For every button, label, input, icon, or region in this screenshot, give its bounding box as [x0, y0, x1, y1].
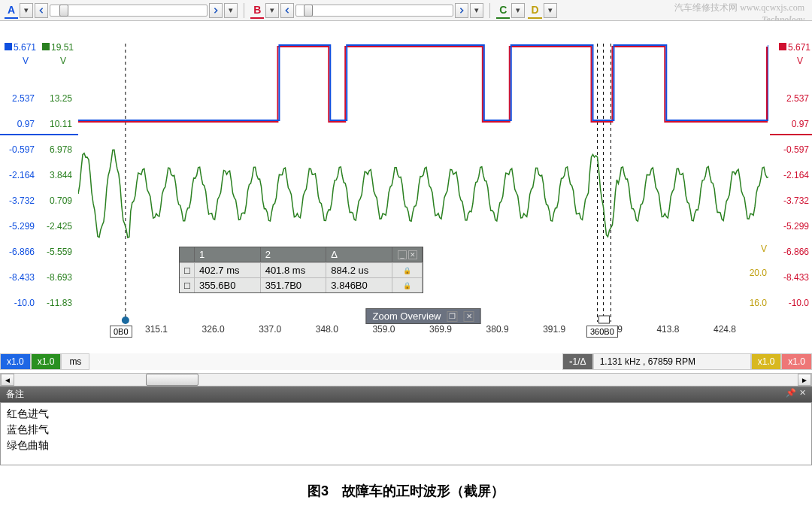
- zero-marker-D: [770, 134, 812, 135]
- zoom-A[interactable]: x1.0: [0, 353, 31, 370]
- meas-col-1: 1: [195, 247, 261, 262]
- measurement-panel[interactable]: 1 2 Δ _✕ □ 402.7 ms 401.8 ms 884.2 us 🔒 …: [179, 247, 423, 293]
- delta-label: ▫1/Δ: [562, 353, 592, 370]
- channel-B-more[interactable]: ▾: [470, 3, 483, 18]
- scroll-right-icon[interactable]: ►: [798, 374, 811, 386]
- zoom-overview-bar[interactable]: Zoom Overview ❐ ✕: [365, 308, 480, 324]
- notes-titlebar[interactable]: 备注 📌✕: [0, 386, 812, 402]
- notes-line: 绿色曲轴: [7, 438, 805, 453]
- channel-A-label[interactable]: A: [5, 2, 18, 19]
- scroll-left-icon[interactable]: ◄: [1, 374, 14, 386]
- lock-icon[interactable]: 🔒: [392, 277, 423, 292]
- zoom-close-icon[interactable]: ✕: [464, 311, 474, 322]
- cursor-1-tag[interactable]: 0B0: [110, 326, 132, 338]
- figure-caption: 图3 故障车的正时波形（截屏）: [0, 465, 812, 507]
- zoom-overview-label: Zoom Overview: [372, 311, 441, 322]
- axis-A-top: 5.671: [14, 42, 36, 53]
- channel-B-prev[interactable]: [280, 3, 294, 18]
- channel-C-label[interactable]: C: [496, 2, 510, 19]
- delta-readout: 1.131 kHz , 67859 RPM: [593, 353, 751, 370]
- meas-col-2: 2: [261, 247, 327, 262]
- channel-B-range-slider[interactable]: [295, 5, 453, 17]
- channel-C-group: C ▾: [496, 2, 525, 19]
- zoom-B[interactable]: x1.0: [31, 353, 62, 370]
- svg-point-4: [122, 317, 129, 324]
- table-row: □ 355.6B0 351.7B0 3.846B0 🔒: [180, 277, 423, 292]
- axis-A-unit: V: [23, 56, 29, 66]
- status-bar: x1.0 x1.0 ms ▫1/Δ 1.131 kHz , 67859 RPM …: [0, 353, 812, 370]
- x-axis: 315.1 326.0 337.0 348.0 359.0 369.9 380.…: [156, 324, 725, 338]
- notes-line: 蓝色排气: [7, 422, 805, 438]
- zoom-D[interactable]: x1.0: [781, 353, 812, 370]
- horizontal-scrollbar[interactable]: ◄ ►: [0, 373, 812, 386]
- channel-A-next[interactable]: [209, 3, 223, 18]
- axis-B-left: 19.51 V 13.25 10.11 6.978 3.844 0.709 -2…: [39, 21, 74, 326]
- waveform-chart: 5.671 V 2.537 0.97 -0.597 -2.164 -3.732 …: [0, 21, 812, 337]
- channel-C-dropdown[interactable]: ▾: [511, 3, 525, 18]
- channel-B-next[interactable]: [455, 3, 468, 18]
- notes-title-text: 备注: [6, 388, 24, 401]
- notes-body[interactable]: 红色进气 蓝色排气 绿色曲轴: [0, 402, 812, 465]
- meas-close-icon[interactable]: ✕: [408, 250, 417, 259]
- channel-D-label[interactable]: D: [528, 2, 541, 19]
- channel-toolbar: A ▾ ▾ B ▾ ▾ C ▾ D ▾ 汽车维修技术网 www.qcwxjs.c…: [0, 0, 812, 21]
- scroll-thumb[interactable]: [146, 374, 198, 386]
- lock-icon[interactable]: 🔒: [392, 262, 423, 277]
- cursor-2-tag[interactable]: 360B0: [586, 326, 618, 338]
- channel-A-dropdown[interactable]: ▾: [20, 3, 33, 18]
- table-row: □ 402.7 ms 401.8 ms 884.2 us 🔒: [180, 262, 423, 277]
- x-unit: ms: [61, 353, 89, 370]
- channel-D-group: D ▾: [528, 2, 556, 19]
- axis-D-right: 5.671 V 2.537 0.97 -0.597 -2.164 -3.732 …: [776, 21, 810, 326]
- axis-A-left: 5.671 V 2.537 0.97 -0.597 -2.164 -3.732 …: [2, 21, 36, 326]
- channel-B-group: B ▾ ▾: [250, 2, 483, 19]
- zero-marker-A: [0, 134, 78, 135]
- meas-col-delta: Δ: [326, 247, 392, 262]
- channel-A-more[interactable]: ▾: [224, 3, 238, 18]
- channel-A-range-slider[interactable]: [50, 5, 208, 17]
- notes-close-icon[interactable]: ✕: [799, 388, 806, 401]
- notes-pin-icon[interactable]: 📌: [786, 388, 796, 401]
- meas-min-icon[interactable]: _: [398, 250, 407, 259]
- channel-B-dropdown[interactable]: ▾: [265, 3, 279, 18]
- channel-A-prev[interactable]: [35, 3, 48, 18]
- channel-A-group: A ▾ ▾: [5, 2, 238, 19]
- channel-D-dropdown[interactable]: ▾: [544, 3, 557, 18]
- zoom-restore-icon[interactable]: ❐: [447, 311, 458, 322]
- channel-B-label[interactable]: B: [250, 2, 264, 19]
- svg-rect-5: [598, 316, 609, 323]
- notes-line: 红色进气: [7, 406, 805, 422]
- zoom-C[interactable]: x1.0: [751, 353, 782, 370]
